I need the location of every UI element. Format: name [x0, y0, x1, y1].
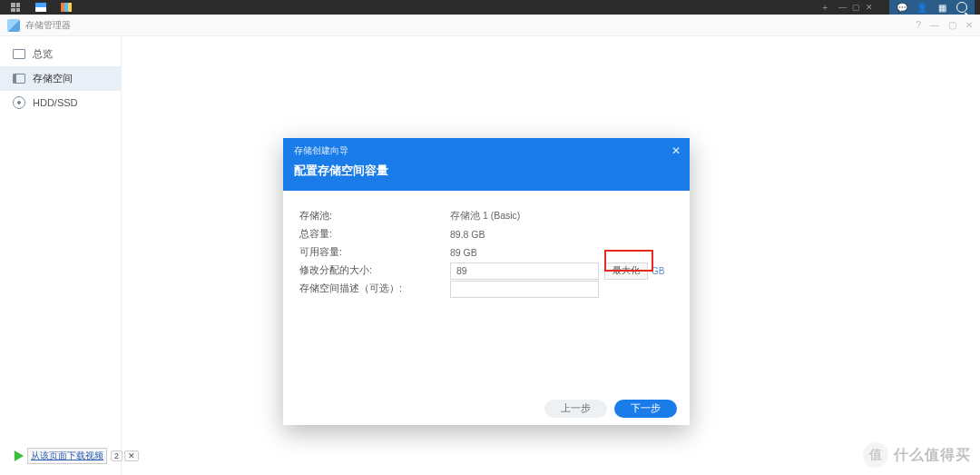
sidebar-item-label: 总览 [33, 47, 53, 61]
field-allocated-size: 修改分配的大小: 最大化 GB [299, 262, 673, 280]
app-help-icon[interactable]: ? [916, 20, 921, 30]
field-label: 存储池: [299, 210, 450, 223]
dialog-title: 配置存储空间容量 [294, 163, 679, 179]
storage-wizard-dialog: 存储创建向导 配置存储空间容量 ✕ 存储池: 存储池 1 (Basic) 总容量… [283, 138, 690, 425]
field-value: 89 GB [450, 247, 477, 258]
taskbar-tabs [5, 2, 76, 13]
dialog-close-button[interactable]: ✕ [671, 144, 681, 157]
play-icon [13, 450, 24, 461]
field-value: 89.8 GB [450, 229, 485, 240]
taskbar-close-icon[interactable]: ✕ [866, 3, 873, 12]
download-video-bar[interactable]: 从该页面下载视频 2 ✕ [13, 448, 139, 464]
sidebar: 总览 存储空间 HDD/SSD [0, 36, 122, 475]
app-body: 总览 存储空间 HDD/SSD 存储创建向导 配置存储空间容量 ✕ 存储池: 存… [0, 36, 980, 475]
previous-button[interactable]: 上一步 [544, 400, 607, 418]
dialog-breadcrumb: 存储创建向导 [294, 144, 679, 157]
app-min-icon[interactable]: — [930, 20, 939, 30]
sidebar-item-hdd[interactable]: HDD/SSD [0, 91, 121, 114]
field-label: 总容量: [299, 228, 450, 241]
download-close-badge[interactable]: ✕ [124, 450, 139, 461]
dialog-body: 存储池: 存储池 1 (Basic) 总容量: 89.8 GB 可用容量: 89… [283, 191, 690, 298]
allocated-size-input[interactable] [450, 262, 599, 280]
os-taskbar: + — ▢ ✕ 💬 👤 ▦ [0, 0, 980, 15]
tray-panel-icon[interactable]: ▦ [936, 2, 947, 13]
taskbar-min-icon[interactable]: — [838, 3, 847, 12]
sidebar-item-label: HDD/SSD [33, 97, 78, 108]
next-button[interactable]: 下一步 [614, 400, 677, 418]
taskbar-tab-2[interactable] [56, 2, 76, 13]
watermark: 值 什么值得买 [863, 442, 971, 468]
field-available-capacity: 可用容量: 89 GB [299, 243, 673, 262]
app-window-controls: ? — ▢ ✕ [916, 20, 973, 30]
app-max-icon[interactable]: ▢ [948, 20, 956, 30]
field-label: 可用容量: [299, 246, 450, 259]
download-badges: 2 ✕ [111, 450, 139, 461]
field-description: 存储空间描述（可选）: [299, 280, 673, 298]
app-titlebar: 存储管理器 ? — ▢ ✕ [0, 15, 980, 36]
taskbar-max-icon[interactable]: ▢ [852, 3, 860, 12]
watermark-text: 什么值得买 [894, 446, 971, 465]
sidebar-item-volume[interactable]: 存储空间 [0, 66, 121, 91]
volume-icon [13, 73, 25, 85]
download-count-badge[interactable]: 2 [111, 450, 122, 461]
watermark-logo: 值 [863, 442, 888, 468]
dialog-header: 存储创建向导 配置存储空间容量 ✕ [283, 138, 690, 191]
tray-user-icon[interactable]: 👤 [916, 2, 927, 13]
tray-search-icon[interactable] [956, 2, 967, 13]
field-label: 修改分配的大小: [299, 264, 450, 277]
dialog-footer: 上一步 下一步 [283, 392, 690, 425]
field-total-capacity: 总容量: 89.8 GB [299, 225, 673, 243]
field-storage-pool: 存储池: 存储池 1 (Basic) [299, 207, 673, 225]
app-icon [7, 19, 20, 32]
field-value: 存储池 1 (Basic) [450, 210, 520, 223]
taskbar-apps-icon[interactable] [5, 2, 25, 13]
taskbar-add-tab[interactable]: + [817, 3, 833, 13]
app-title: 存储管理器 [25, 19, 71, 32]
maximize-button[interactable]: 最大化 [604, 262, 648, 280]
app-close-icon[interactable]: ✕ [965, 20, 973, 30]
overview-icon [13, 48, 25, 61]
taskbar-tab-1[interactable] [31, 2, 51, 13]
sidebar-item-overview[interactable]: 总览 [0, 42, 121, 66]
taskbar-window-controls: — ▢ ✕ [833, 3, 878, 12]
hdd-icon [13, 96, 25, 109]
field-label: 存储空间描述（可选）: [299, 282, 450, 295]
sidebar-item-label: 存储空间 [33, 72, 73, 85]
taskbar-tray: 💬 👤 ▦ [889, 0, 975, 15]
size-unit: GB [652, 266, 664, 276]
download-link-text[interactable]: 从该页面下载视频 [27, 448, 107, 464]
description-input[interactable] [450, 281, 599, 298]
tray-chat-icon[interactable]: 💬 [897, 2, 907, 13]
